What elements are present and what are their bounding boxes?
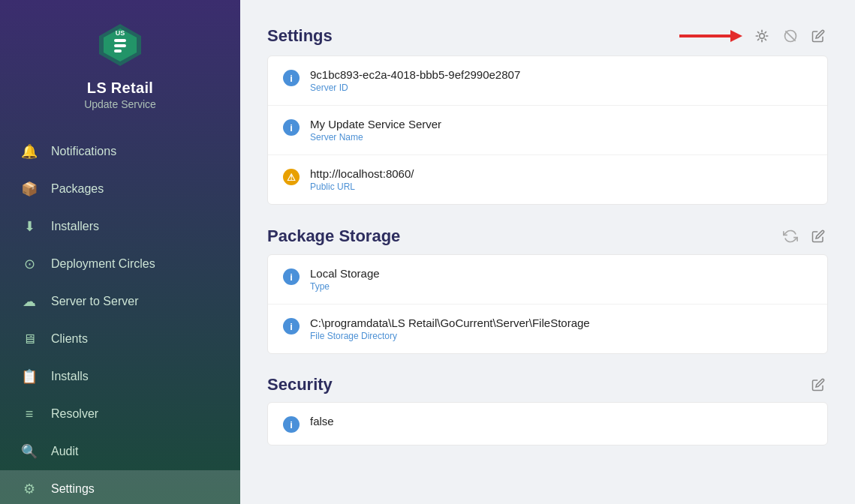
sidebar-label-audit: Audit [51,445,78,458]
sidebar-label-resolver: Resolver [51,407,98,421]
edit-package-storage-button[interactable] [808,226,828,246]
info-icon-file-storage: i [283,318,300,334]
server-name-content: My Update Service Server Server Name [310,118,441,142]
resolver-icon: ≡ [21,406,38,422]
settings-title: Settings [267,26,333,46]
info-icon-server-name: i [283,119,300,136]
sidebar-item-clients[interactable]: 🖥 Clients [0,320,240,358]
settings-card: i 9c1bc893-ec2a-4018-bbb5-9ef2990e2807 S… [267,56,828,205]
warn-icon-public-url: ⚠ [283,169,300,185]
sidebar-item-server-to-server[interactable]: ☁ Server to Server [0,283,240,320]
file-storage-content: C:\programdata\LS Retail\GoCurrent\Serve… [310,316,590,341]
storage-type-content: Local Storage Type [310,267,380,292]
svg-text:US: US [116,29,125,37]
sidebar-label-clients: Clients [51,332,88,346]
svg-rect-3 [114,44,126,47]
sidebar-item-resolver[interactable]: ≡ Resolver [0,395,240,433]
public-url-label: Public URL [310,182,414,192]
audit-icon: 🔍 [21,443,38,460]
package-storage-header: Package Storage [267,226,828,247]
recycle-button[interactable] [780,226,801,247]
svg-line-10 [785,31,795,40]
app-logo: US [93,18,147,72]
sidebar-label-server-to-server: Server to Server [51,295,138,308]
info-icon-security: i [283,416,300,433]
public-url-row: ⚠ http://localhost:8060/ Public URL [268,155,827,204]
security-section: Security i false [267,375,828,446]
svg-point-8 [760,34,765,39]
sidebar-item-deployment-circles[interactable]: ⊙ Deployment Circles [0,245,240,283]
server-name-row: i My Update Service Server Server Name [268,106,827,155]
security-title: Security [267,375,333,394]
download-icon: ⬇ [21,218,38,235]
app-name: LS Retail [87,80,153,97]
settings-actions [676,24,828,48]
sidebar-label-deployment-circles: Deployment Circles [51,257,155,271]
edit-settings-button[interactable] [808,26,828,46]
file-storage-row: i C:\programdata\LS Retail\GoCurrent\Ser… [268,304,827,353]
sidebar-label-notifications: Notifications [51,145,116,158]
clients-icon: 🖥 [21,331,38,347]
installs-icon: 📋 [21,368,38,385]
server-id-value: 9c1bc893-ec2a-4018-bbb5-9ef2990e2807 [310,68,520,81]
sidebar-item-settings[interactable]: ⚙ Settings [0,470,240,504]
security-header: Security [267,375,828,394]
sidebar-item-packages[interactable]: 📦 Packages [0,170,240,208]
server-name-value: My Update Service Server [310,118,441,130]
red-arrow [676,24,744,48]
svg-rect-2 [114,39,126,42]
info-icon-storage-type: i [283,268,300,285]
security-card: i false [267,402,828,446]
bell-icon: 🔔 [21,143,38,160]
package-icon: 📦 [21,181,38,197]
svg-marker-7 [730,30,742,42]
sidebar-label-packages: Packages [51,182,104,196]
server-id-label: Server ID [310,82,520,93]
sidebar-label-settings: Settings [51,482,95,496]
storage-type-row: i Local Storage Type [268,255,827,304]
circle-icon: ⊙ [21,256,38,272]
logo-area: US LS Retail Update Service [0,0,240,125]
package-storage-title: Package Storage [267,226,400,246]
sidebar: US LS Retail Update Service 🔔 Notificati… [0,0,240,504]
storage-type-value: Local Storage [310,267,380,280]
package-storage-actions [780,226,828,247]
main-content: Settings [240,0,855,504]
package-storage-section: Package Storage [267,226,828,354]
file-storage-value: C:\programdata\LS Retail\GoCurrent\Serve… [310,316,590,329]
security-false-row: i false [268,403,827,445]
public-url-value: http://localhost:8060/ [310,167,414,180]
security-content: false [310,415,334,428]
settings-section: Settings [267,24,828,205]
file-storage-label: File Storage Directory [310,331,590,341]
settings-section-header: Settings [267,24,828,48]
security-value: false [310,415,334,428]
server-id-row: i 9c1bc893-ec2a-4018-bbb5-9ef2990e2807 S… [268,56,827,106]
edit-security-button[interactable] [808,375,828,394]
upload-cloud-icon: ☁ [21,293,38,310]
info-icon-server-id: i [283,70,300,86]
public-url-content: http://localhost:8060/ Public URL [310,167,414,192]
sidebar-label-installs: Installs [51,370,89,383]
sidebar-nav: 🔔 Notifications 📦 Packages ⬇ Installers … [0,133,240,504]
server-name-label: Server Name [310,132,441,142]
security-actions [808,375,828,394]
disable-button[interactable] [780,26,801,46]
sidebar-item-installs[interactable]: 📋 Installs [0,358,240,395]
svg-rect-4 [114,50,122,52]
storage-type-label: Type [310,281,380,292]
sidebar-item-installers[interactable]: ⬇ Installers [0,208,240,245]
sidebar-item-audit[interactable]: 🔍 Audit [0,433,240,470]
sidebar-item-notifications[interactable]: 🔔 Notifications [0,133,240,170]
gear-icon: ⚙ [21,481,38,497]
package-storage-card: i Local Storage Type i C:\programdata\LS… [267,254,828,354]
debug-button[interactable] [751,26,772,46]
server-id-content: 9c1bc893-ec2a-4018-bbb5-9ef2990e2807 Ser… [310,68,520,93]
app-subtitle: Update Service [84,98,156,110]
sidebar-label-installers: Installers [51,220,99,233]
